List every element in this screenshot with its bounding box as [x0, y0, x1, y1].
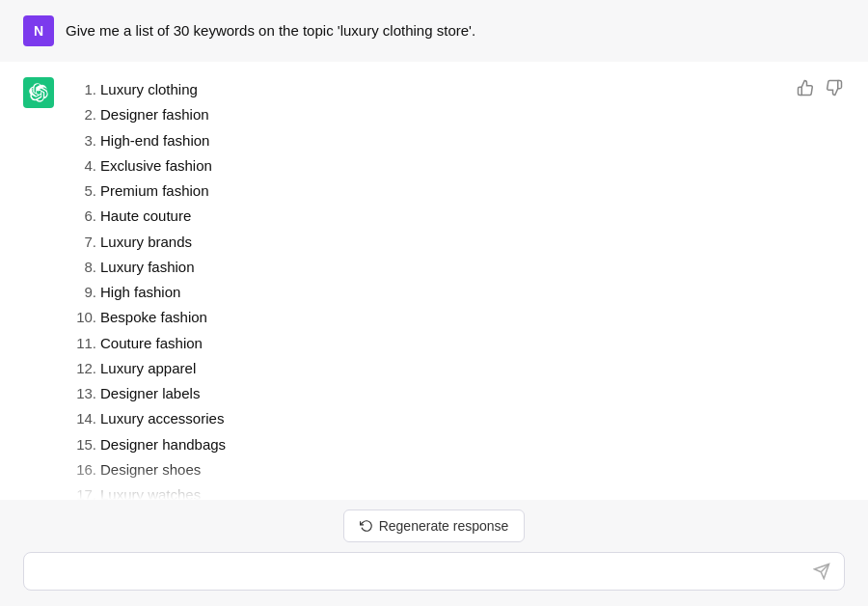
keyword-text: Designer labels [100, 381, 200, 406]
keyword-list-item: 11.Couture fashion [66, 331, 845, 356]
keyword-list-item: 4.Exclusive fashion [66, 153, 845, 179]
action-buttons [795, 77, 845, 98]
keyword-number: 13. [66, 381, 96, 406]
keyword-list-item: 13.Designer labels [66, 381, 845, 406]
keyword-number: 4. [66, 153, 96, 179]
keyword-list-item: 5.Premium fashion [66, 179, 845, 204]
keyword-number: 10. [66, 305, 96, 330]
send-button[interactable] [813, 563, 830, 580]
keyword-list-item: 3.High-end fashion [66, 128, 845, 153]
keyword-text: Designer fashion [100, 102, 209, 127]
keyword-number: 12. [66, 356, 96, 381]
chat-input[interactable] [38, 564, 813, 580]
keyword-number: 2. [66, 102, 96, 127]
keyword-list-item: 2.Designer fashion [66, 102, 845, 127]
chatgpt-logo-icon [29, 83, 48, 102]
keyword-list-item: 1.Luxury clothing [66, 77, 845, 102]
keyword-number: 14. [66, 406, 96, 431]
keyword-text: Designer shoes [100, 457, 201, 482]
send-icon [813, 563, 830, 580]
keyword-number: 5. [66, 179, 96, 204]
keyword-text: Designer handbags [100, 432, 226, 457]
keyword-text: Luxury fashion [100, 255, 195, 280]
keyword-number: 15. [66, 432, 96, 457]
keyword-number: 7. [66, 230, 96, 255]
keyword-text: Luxury brands [100, 230, 192, 255]
keyword-list-item: 15.Designer handbags [66, 432, 845, 457]
keyword-list-item: 9.High fashion [66, 280, 845, 305]
keyword-list-item: 14.Luxury accessories [66, 406, 845, 431]
keyword-text: Premium fashion [100, 179, 209, 204]
keyword-number: 8. [66, 255, 96, 280]
keyword-number: 6. [66, 204, 96, 229]
keyword-text: High fashion [100, 280, 180, 305]
keyword-number: 16. [66, 457, 96, 482]
keyword-text: Haute couture [100, 204, 191, 229]
keyword-list-item: 17.Luxury watches [66, 482, 845, 500]
keyword-text: Luxury accessories [100, 406, 224, 431]
keyword-text: Exclusive fashion [100, 153, 212, 179]
keyword-list-item: 12.Luxury apparel [66, 356, 845, 381]
thumbs-down-button[interactable] [824, 77, 845, 98]
keyword-number: 3. [66, 128, 96, 153]
keyword-text: Bespoke fashion [100, 305, 207, 330]
keyword-number: 9. [66, 280, 96, 305]
keyword-text: High-end fashion [100, 128, 209, 153]
keyword-list-item: 7.Luxury brands [66, 230, 845, 255]
assistant-message-row: 1.Luxury clothing2.Designer fashion3.Hig… [0, 62, 868, 500]
user-avatar: N [23, 15, 54, 46]
regenerate-button[interactable]: Regenerate response [343, 510, 526, 542]
regenerate-label: Regenerate response [379, 518, 509, 534]
user-message-row: N Give me a list of 30 keywords on the t… [0, 0, 868, 62]
keyword-text: Luxury watches [100, 482, 201, 500]
thumbs-up-icon [797, 79, 814, 96]
bottom-bar: Regenerate response [0, 500, 868, 606]
assistant-content: 1.Luxury clothing2.Designer fashion3.Hig… [66, 77, 845, 500]
regenerate-icon [360, 519, 373, 533]
keyword-list-item: 10.Bespoke fashion [66, 305, 845, 330]
input-row [23, 552, 845, 591]
assistant-avatar [23, 77, 54, 108]
user-message-text: Give me a list of 30 keywords on the top… [66, 15, 475, 42]
keyword-text: Luxury clothing [100, 77, 198, 102]
keyword-number: 11. [66, 331, 96, 356]
keyword-list-item: 6.Haute couture [66, 204, 845, 229]
keyword-list-item: 16.Designer shoes [66, 457, 845, 482]
keyword-number: 17. [66, 482, 96, 500]
keyword-number: 1. [66, 77, 96, 102]
keyword-text: Luxury apparel [100, 356, 196, 381]
keyword-list: 1.Luxury clothing2.Designer fashion3.Hig… [66, 77, 845, 500]
thumbs-down-icon [826, 79, 843, 96]
thumbs-up-button[interactable] [795, 77, 816, 98]
keyword-list-item: 8.Luxury fashion [66, 255, 845, 280]
keyword-text: Couture fashion [100, 331, 203, 356]
user-initial: N [34, 23, 43, 39]
